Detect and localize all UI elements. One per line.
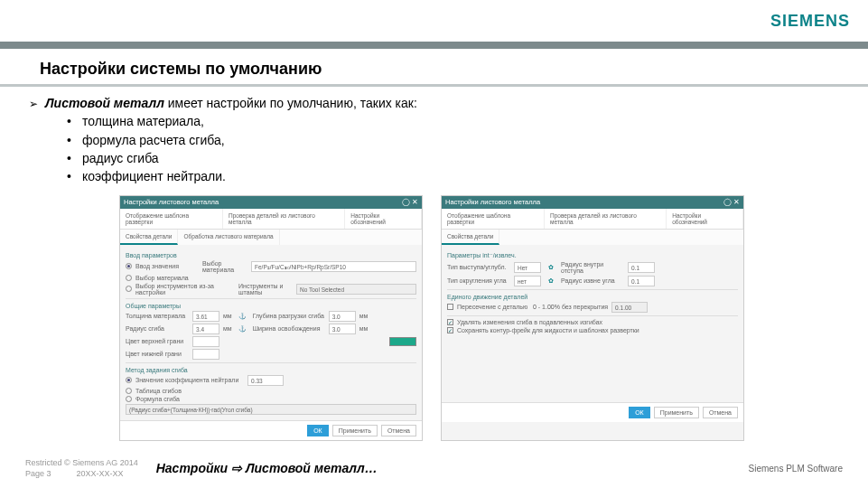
row-props: Ввод значения Выбор материала Fe/P₂/Fu/C…: [126, 260, 416, 273]
field-neutral[interactable]: 0.33: [247, 375, 284, 386]
bullet-1: •толщина материала,: [67, 112, 839, 130]
slide-title: Настройки системы по умолчанию: [0, 49, 868, 84]
btn-ok[interactable]: ОК: [307, 425, 329, 436]
swatch-top[interactable]: [192, 336, 219, 347]
btn-apply[interactable]: Применить: [332, 425, 378, 436]
lbl-top-color: Цвет верхней грани: [126, 338, 189, 344]
radio-bendtable[interactable]: [126, 388, 132, 394]
unit-mm: мм: [223, 313, 232, 319]
row-radius: Радиус сгиба 3.4 мм ⚓ Ширина освобождени…: [126, 324, 416, 334]
field-r1[interactable]: 0.1: [628, 262, 655, 273]
close-icon[interactable]: ✕: [733, 198, 740, 206]
subtab-part-props[interactable]: Свойства детали: [120, 230, 178, 245]
dialog2-buttons: ОК Применить Отмена: [442, 402, 743, 422]
lbl-save: Сохранять контур-фрейк для жидкости и ша…: [457, 327, 639, 333]
chk-pass[interactable]: [447, 304, 453, 310]
bullet-text: радиус сгиба: [82, 149, 159, 167]
unit-mm3: мм: [223, 325, 232, 332]
unit-mm4: мм: [359, 325, 369, 332]
close-icon[interactable]: ✕: [412, 198, 418, 206]
spacer: [447, 335, 738, 399]
field-width[interactable]: 3.0: [329, 324, 356, 334]
field-r2[interactable]: 0.1: [628, 276, 655, 286]
field-depth[interactable]: 3.0: [329, 311, 356, 322]
subtab-part-props-2[interactable]: Свойства детали: [442, 230, 499, 245]
lead-rest: имеет настройки по умолчанию, таких как:: [164, 96, 417, 110]
lbl-propsel: Выбор материала: [202, 260, 247, 273]
radio-properties[interactable]: [126, 263, 132, 269]
gear-icon[interactable]: ✿: [548, 264, 554, 271]
chk-del[interactable]: [447, 319, 453, 325]
dot-icon: •: [67, 149, 71, 167]
gear-icon2[interactable]: ✿: [548, 277, 554, 285]
tab-validation-2[interactable]: Проверка деталей из листового металла: [545, 209, 667, 229]
btn-ok-2[interactable]: ОК: [629, 407, 650, 418]
dialog1-subtabs: Свойства детали Обработка листового мате…: [120, 230, 422, 245]
dialog1-body: Ввод параметров Ввод значения Выбор мате…: [120, 245, 422, 420]
lbl-width: Ширина освобождения: [253, 325, 325, 332]
field-formula: (Радиус сгиба+(Толщина·КН))·rad(Угол сги…: [126, 404, 416, 415]
dialog2-titlebar[interactable]: Настройки листового металла ◯✕: [442, 196, 743, 209]
radio-formula[interactable]: [126, 396, 132, 402]
chk-save[interactable]: [447, 327, 453, 333]
divider: [447, 315, 738, 316]
radio-tooldef[interactable]: [126, 286, 132, 292]
field-ang[interactable]: нет: [514, 276, 541, 286]
caption-a: Настройки: [156, 461, 231, 475]
copyright: Restricted © Siemens AG 2014: [25, 458, 138, 467]
lbl-depth: Глубина разгрузки сгиба: [253, 313, 325, 319]
sec-input: Ввод параметров: [126, 252, 416, 258]
tab-validation[interactable]: Проверка деталей из листового металла: [223, 209, 345, 229]
subtab-processing[interactable]: Обработка листового материала: [178, 230, 279, 245]
link-icon: ⚓: [238, 313, 247, 320]
lbl-del: Удалять изменения сгиба в подавленных из…: [457, 319, 602, 325]
dialog1-titlebar[interactable]: Настройки листового металла ◯✕: [120, 196, 422, 209]
tab-flat-pattern-2[interactable]: Отображение шаблона развертки: [442, 209, 545, 229]
swatch-green[interactable]: [389, 337, 416, 346]
row-del: Удалять изменения сгиба в подавленных из…: [447, 319, 738, 325]
content: ➢ Листовой металл имеет настройки по умо…: [0, 87, 868, 441]
radio-material[interactable]: [126, 275, 132, 281]
row-color1: Цвет верхней грани: [126, 336, 416, 347]
field-radius[interactable]: 3.4: [192, 324, 219, 334]
footer-right: Siemens PLM Software: [749, 464, 844, 474]
lbl-r1: Радиус внутри отступа: [561, 261, 624, 274]
btn-cancel[interactable]: Отмена: [381, 425, 416, 436]
radio-neutral[interactable]: [126, 377, 132, 383]
btn-apply-2[interactable]: Применить: [654, 407, 699, 418]
dialog2-title: Настройки листового металла: [445, 198, 540, 206]
tab-annotations-2[interactable]: Настройки обозначений: [667, 209, 743, 229]
dialog-sheetmetal-1: Настройки листового металла ◯✕ Отображен…: [119, 195, 423, 441]
caption-b: Листовой металл…: [246, 461, 378, 475]
sec-params2: Параметры int⁻/извлеч.: [447, 252, 738, 259]
dot-icon: •: [67, 131, 71, 149]
field-prop-value[interactable]: Fe/P₂/Fu/C₃₀/NiPb+Rp/RpSr/SP10: [251, 261, 416, 272]
sec-self: Единого движение деталей: [447, 294, 738, 300]
bullet-4: •коэффициент нейтрали.: [67, 167, 839, 185]
lbl-properties: Ввод значения: [135, 263, 199, 269]
link-icon2: ⚓: [238, 325, 247, 333]
divider: [447, 289, 738, 290]
dialog2-tabs: Отображение шаблона развертки Проверка д…: [442, 209, 743, 230]
lbl-material: Выбор материала: [135, 275, 189, 281]
tab-flat-pattern[interactable]: Отображение шаблона развертки: [120, 209, 223, 229]
row-formula-text: (Радиус сгиба+(Толщина·КН))·rad(Угол сги…: [126, 404, 416, 415]
lbl-radius: Радиус сгиба: [126, 325, 189, 332]
footer-meta: Page 3 20XX-XX-XX: [25, 469, 138, 478]
field-thickness[interactable]: 3.61: [192, 311, 219, 322]
row-tool: Выбор инструментов из-за настройки Инстр…: [126, 283, 416, 296]
sec-common: Общие параметры: [126, 303, 416, 309]
lbl-formula: Формула сгиба: [135, 396, 180, 402]
lbl-tool: Инструменты и штампы: [238, 283, 293, 296]
lbl-tooldef: Выбор инструментов из-за настройки: [135, 283, 235, 296]
footer-caption: Настройки ⇨ Листовой металл…: [138, 461, 749, 475]
row-mat: Выбор материала: [126, 275, 416, 281]
tab-annotations[interactable]: Настройки обозначений: [345, 209, 422, 229]
btn-cancel-2[interactable]: Отмена: [703, 407, 738, 418]
lead-line: ➢ Листовой металл имеет настройки по умо…: [29, 94, 839, 112]
field-type[interactable]: Нет: [514, 262, 541, 273]
swatch-bot[interactable]: [192, 349, 219, 360]
lbl-thickness: Толщина материала: [126, 313, 189, 319]
help-icon[interactable]: ◯: [402, 198, 410, 206]
help-icon[interactable]: ◯: [723, 198, 732, 206]
